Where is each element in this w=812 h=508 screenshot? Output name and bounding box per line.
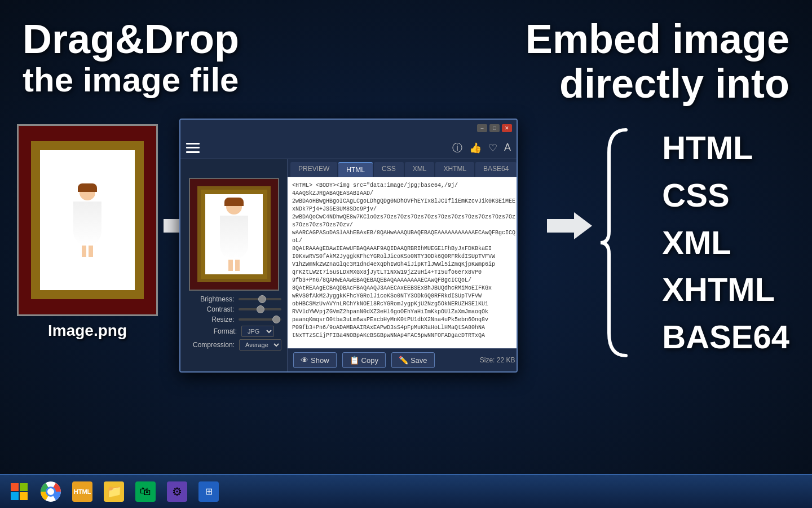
tab-css[interactable]: CSS (374, 162, 404, 177)
svg-rect-4 (11, 492, 19, 500)
hamburger-menu[interactable] (186, 143, 200, 153)
preview-girl-hair (224, 198, 244, 206)
contrast-control: Contrast: (186, 305, 281, 313)
compression-control: Compression: Average Low High (186, 339, 281, 351)
store-icon: 🛍 (135, 481, 156, 502)
save-label: Save (411, 356, 427, 365)
copy-button[interactable]: 📋 Copy (342, 352, 386, 368)
format-labels: HTML CSS XML XHTML BASE64 (662, 130, 789, 355)
app6-icon: ⊞ (198, 481, 219, 502)
girl-hair (78, 183, 97, 192)
svg-rect-2 (11, 483, 19, 491)
chrome-icon (41, 481, 61, 502)
close-button[interactable]: ✕ (502, 124, 512, 132)
contrast-slider[interactable] (239, 308, 281, 310)
preview-girl-leg-left (228, 260, 233, 271)
embed-line1: Embed image (526, 17, 789, 62)
resize-control: Resize: (186, 316, 281, 323)
size-info: Size: 22 KB (480, 356, 515, 364)
store-button[interactable]: 🛍 (131, 477, 160, 506)
save-icon: ✏️ (399, 356, 408, 365)
compression-label: Compression: (186, 341, 235, 349)
brightness-label: Brightness: (186, 295, 234, 303)
code-area[interactable]: <HTML> <BODY><img src="data:image/jpg;ba… (288, 177, 518, 348)
compression-select[interactable]: Average Low High (239, 339, 281, 351)
source-filename: Image.png (17, 322, 158, 340)
app-window: – □ ✕ ⓘ 👍 ♡ A (179, 119, 518, 373)
main-content: Brightness: Contrast: Resize: (180, 159, 517, 371)
heart-icon[interactable]: ♡ (488, 142, 497, 154)
settings-button[interactable]: ⚙ (162, 477, 192, 506)
tabs-bar: PREVIEW HTML CSS XML XHTML BASE64 (288, 159, 518, 177)
tab-xhtml[interactable]: XHTML (435, 162, 474, 177)
show-icon: 👁 (301, 356, 308, 365)
file-explorer-icon: 📁 (104, 481, 124, 502)
tab-preview[interactable]: PREVIEW (290, 162, 337, 177)
contrast-thumb[interactable] (257, 305, 264, 313)
maximize-button[interactable]: □ (489, 124, 500, 132)
svg-rect-3 (20, 483, 28, 491)
girl-dress (73, 202, 102, 246)
code-content: <HTML> <BODY><img src="data:image/jpg;ba… (292, 182, 516, 340)
format-base64: BASE64 (662, 319, 789, 355)
copy-label: Copy (361, 356, 378, 365)
drag-drop-heading: Drag&Drop the image file (23, 17, 239, 99)
font-icon[interactable]: A (504, 142, 511, 154)
format-html: HTML (662, 130, 789, 166)
settings-icon: ⚙ (167, 481, 187, 502)
preview-girl-figure (211, 198, 257, 271)
brace-container (598, 124, 632, 361)
format-label: Format: (186, 327, 237, 335)
taskbar: HTML 📁 🛍 ⚙ ⊞ (0, 474, 812, 508)
app6-button[interactable]: ⊞ (194, 477, 223, 506)
bottom-bar: 👁 Show 📋 Copy ✏️ Save Size: 22 KB (288, 348, 518, 371)
embed-line2: directly into (526, 62, 789, 106)
html-editor-button[interactable]: HTML (68, 477, 97, 506)
source-image-frame (31, 141, 144, 299)
frame-border (36, 146, 139, 295)
girl-leg-right (89, 246, 93, 257)
right-panel: PREVIEW HTML CSS XML XHTML BASE64 <HTML>… (288, 159, 518, 371)
resize-slider[interactable] (239, 318, 281, 321)
tab-xml[interactable]: XML (405, 162, 435, 177)
info-icon[interactable]: ⓘ (452, 141, 462, 155)
show-button[interactable]: 👁 Show (293, 352, 337, 368)
preview-image (189, 178, 279, 291)
chrome-button[interactable] (36, 477, 65, 506)
resize-thumb[interactable] (272, 316, 280, 323)
toolbar-icons: ⓘ 👍 ♡ A (452, 141, 511, 155)
windows-start-button[interactable] (5, 477, 34, 506)
format-control: Format: JPG PNG GIF (186, 326, 281, 337)
copy-icon: 📋 (350, 356, 359, 365)
save-button[interactable]: ✏️ Save (391, 352, 435, 368)
source-image (17, 124, 158, 316)
preview-panel: Brightness: Contrast: Resize: (180, 159, 288, 371)
girl-leg-left (82, 246, 86, 257)
file-explorer-button[interactable]: 📁 (99, 477, 129, 506)
girl-legs (82, 246, 93, 257)
like-icon[interactable]: 👍 (469, 142, 482, 154)
svg-point-8 (47, 488, 54, 495)
preview-girl-dress (220, 216, 248, 260)
girl-figure (65, 183, 110, 257)
show-label: Show (311, 356, 329, 365)
minimize-button[interactable]: – (477, 124, 487, 132)
svg-rect-5 (20, 492, 28, 500)
html-editor-icon: HTML (72, 481, 92, 502)
brightness-slider[interactable] (239, 298, 281, 300)
tab-base64[interactable]: BASE64 (475, 162, 517, 177)
format-xhtml: XHTML (662, 271, 789, 308)
source-image-container: Image.png (17, 124, 158, 340)
brightness-thumb[interactable] (258, 295, 266, 303)
preview-frame-border (201, 190, 267, 279)
resize-label: Resize: (186, 316, 234, 323)
arrow-right (547, 209, 592, 243)
brightness-control: Brightness: (186, 295, 281, 303)
preview-girl-leg-right (235, 260, 240, 271)
toolbar: ⓘ 👍 ♡ A (180, 137, 517, 159)
drag-drop-line1: Drag&Drop (23, 17, 239, 62)
contrast-label: Contrast: (186, 305, 234, 313)
embed-heading: Embed image directly into (526, 17, 789, 106)
tab-html[interactable]: HTML (338, 162, 373, 177)
format-select[interactable]: JPG PNG GIF (241, 326, 274, 337)
